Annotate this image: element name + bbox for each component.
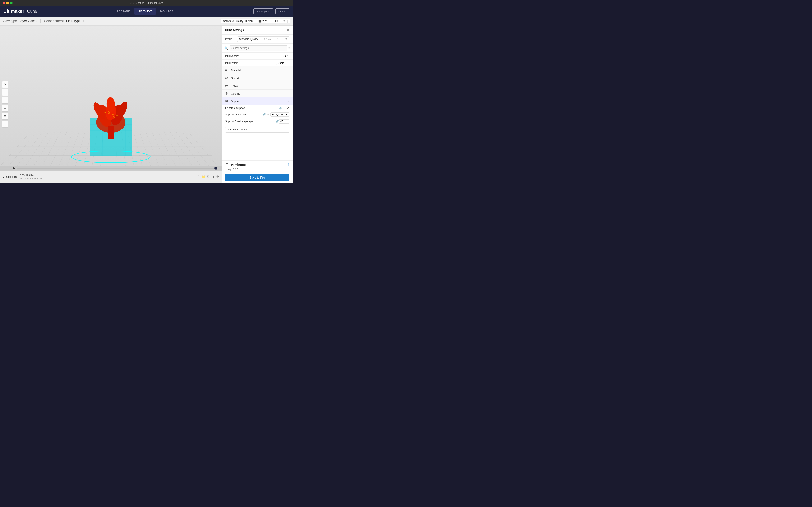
settings-icon[interactable]: ⚙ (216, 175, 219, 179)
mirror-tool[interactable]: ⇔ (2, 97, 8, 104)
tab-preview[interactable]: PREVIEW (134, 8, 156, 15)
infill-density-label: Infill Density (225, 55, 277, 57)
layer-progress-track[interactable] (17, 168, 218, 169)
category-material[interactable]: ≡ Material › (222, 66, 293, 74)
support-placement-row: Support Placement 🔗 ↺ Everywhere ▼ (225, 111, 289, 118)
travel-icon: ⇄ (225, 83, 229, 88)
recommended-button[interactable]: ‹ Recommended (225, 127, 289, 132)
on-off-section: On | Off (273, 20, 288, 22)
generate-support-label: Generate Support (225, 107, 279, 110)
weight-row: ≡ 4g · 1.32m (225, 167, 289, 171)
cooling-label: Cooling (231, 92, 289, 95)
tab-monitor[interactable]: MONITOR (156, 8, 178, 15)
rotate-tool[interactable]: ⟳ (2, 81, 8, 88)
play-button[interactable]: ▶ (12, 166, 15, 170)
per-model-tool[interactable]: ≡ (2, 121, 8, 127)
toolbar: View type Layer view ‹ Color scheme Line… (0, 17, 293, 25)
infill-icon: ⬛ (258, 20, 262, 22)
time-info: ⏱ 44 minutes ℹ ≡ 4g · 1.32m (222, 161, 293, 172)
placement-chevron-icon: ▼ (286, 114, 288, 116)
support-tool[interactable]: ⊞ (2, 113, 8, 120)
profile-label: Profile (225, 38, 236, 41)
traffic-lights[interactable] (2, 2, 12, 4)
support-icon: ⊞ (225, 99, 229, 103)
profile-value: Standard Quality (239, 38, 258, 41)
nav-tabs: PREPARE PREVIEW MONITOR (112, 8, 178, 15)
infill-density-input[interactable] (277, 54, 287, 58)
placement-icons: 🔗 ↺ (263, 113, 269, 116)
translate-tool[interactable]: ✛ (2, 105, 8, 112)
category-speed[interactable]: ◎ Speed › (222, 74, 293, 82)
support-overhang-label: Support Overhang Angle (225, 120, 276, 123)
bottom-bar: ▲ Object list CE5_Untitled 18.2 x 24.5 x… (0, 170, 222, 183)
minimize-button[interactable] (6, 2, 9, 4)
object-list-label: Object list (6, 175, 17, 178)
view-type-chevron[interactable]: ‹ (37, 20, 37, 22)
info-icon[interactable]: ℹ (288, 163, 289, 167)
search-row: 🔍 ≡ (222, 44, 293, 53)
object-list-toggle[interactable]: ▲ Object list (2, 175, 17, 178)
profile-star-icon[interactable]: ☆ (276, 38, 279, 41)
tab-prepare[interactable]: PREPARE (112, 8, 134, 15)
scale-tool[interactable]: ⤡ (2, 89, 8, 96)
placement-reset-icon[interactable]: ↺ (267, 113, 269, 116)
delete-icon[interactable]: 🗑 (211, 175, 215, 179)
category-cooling[interactable]: ❄ Cooling › (222, 90, 293, 98)
support-overhang-row: Support Overhang Angle 🔗 (225, 118, 289, 125)
travel-chevron-icon: › (289, 84, 289, 87)
copy-icon[interactable]: ⧉ (207, 175, 210, 179)
title-bar: CE5_Untitled - Ultimaker Cura (0, 0, 293, 6)
profile-chevron-icon[interactable]: ▼ (285, 38, 287, 41)
search-menu-icon[interactable]: ≡ (288, 46, 290, 50)
generate-support-checkbox[interactable]: ✓ (287, 106, 289, 110)
profile-size: 0.2mm (264, 38, 271, 40)
travel-label: Travel (231, 84, 289, 88)
generate-support-row: Generate Support 🔗 ↺ ✓ (225, 105, 289, 111)
layer-top-value: 142 (292, 27, 293, 29)
placement-link-icon[interactable]: 🔗 (263, 113, 266, 116)
overhang-angle-input[interactable] (279, 119, 289, 123)
object-action-icons: ⬡ 📁 ⧉ 🗑 ⚙ (197, 175, 219, 179)
generate-support-icons: 🔗 ↺ (279, 107, 286, 110)
save-to-file-button[interactable]: Save to File (225, 174, 289, 181)
edit-icon[interactable]: ✎ (82, 19, 85, 23)
signin-button[interactable]: Sign in (275, 8, 289, 14)
clock-icon: ⏱ (225, 163, 229, 167)
overhang-link-icon[interactable]: 🔗 (276, 120, 279, 123)
infill-density-row: Infill Density % (222, 53, 293, 60)
logo-app: Cura (27, 9, 37, 14)
right-panel: Print settings ✕ Profile Standard Qualit… (222, 25, 293, 183)
toolbar-divider (40, 19, 41, 23)
category-travel[interactable]: ⇄ Travel › (222, 82, 293, 90)
weight-value: 4g · 1.32m (228, 168, 240, 171)
search-settings-input[interactable] (230, 45, 287, 51)
time-row: ⏱ 44 minutes ℹ (225, 163, 289, 167)
quality-label: Standard Quality - 0.2mm (223, 20, 253, 22)
category-support[interactable]: ⊞ Support ▾ (222, 98, 293, 105)
cube-icon[interactable]: ⬡ (197, 175, 200, 179)
3d-viewport[interactable]: ⟳ ⤡ ⇔ ✛ ⊞ ≡ ▲ Object list CE5_Untitled 1… (0, 25, 222, 183)
weight-icon: ≡ (225, 167, 227, 171)
support-placement-select[interactable]: Everywhere ▼ (270, 112, 289, 117)
time-value: 44 minutes (230, 163, 286, 166)
header-right: Marketplace Sign in (253, 8, 289, 14)
marketplace-button[interactable]: Marketplace (253, 8, 273, 14)
color-scheme-label: Color scheme (44, 19, 65, 23)
link-icon[interactable]: 🔗 (279, 107, 282, 110)
material-chevron-icon: › (289, 69, 289, 72)
panel-close-button[interactable]: ✕ (287, 28, 289, 32)
support-chevron-icon: ▾ (288, 100, 289, 103)
layer-progress-thumb[interactable] (215, 167, 218, 170)
app-logo: Ultimaker Cura (3, 9, 37, 14)
cooling-chevron-icon: › (289, 92, 289, 95)
close-button[interactable] (2, 2, 5, 4)
maximize-button[interactable] (10, 2, 12, 4)
profile-row: Profile Standard Quality 0.2mm ☆ ▼ (222, 35, 293, 44)
infill-pattern-select[interactable]: Cubic (276, 61, 289, 65)
view-type-value: Layer view (18, 19, 35, 23)
reset-icon[interactable]: ↺ (284, 107, 286, 110)
toolbar-right: Standard Quality - 0.2mm ⬛ 20% On | Off (221, 19, 290, 23)
folder-icon[interactable]: 📁 (201, 175, 206, 179)
profile-select[interactable]: Standard Quality 0.2mm ☆ ▼ (237, 36, 289, 42)
header: Ultimaker Cura PREPARE PREVIEW MONITOR M… (0, 6, 293, 17)
